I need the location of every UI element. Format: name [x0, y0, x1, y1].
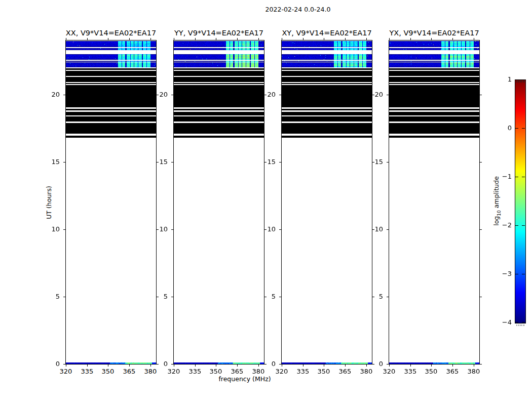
y-tick-label-yx-0: 0 — [358, 360, 383, 368]
y-tick-yy-20 — [171, 95, 173, 95]
x-tick-xx-335 — [87, 364, 88, 367]
y-axis-label: UT (hours) — [45, 186, 53, 219]
x-tick-yx-350 — [431, 364, 432, 367]
colorbar-minor-tick-bottom — [524, 325, 524, 326]
spectrogram-canvas-xx — [66, 40, 156, 364]
panel-title-xy: XY, V9*V14=EA02*EA17 — [282, 29, 371, 37]
colorbar-minor-tick-top — [524, 80, 524, 83]
y-tick-yx-0 — [387, 364, 389, 364]
x-tick-top-yy-320 — [174, 38, 174, 40]
x-tick-xy-365 — [345, 364, 346, 367]
y-tick-xy-5 — [279, 297, 281, 297]
spectrogram-canvas-xy — [282, 40, 372, 364]
colorbar-minor-tick-top — [518, 80, 518, 83]
y-tick-label-xx-20: 20 — [34, 91, 60, 98]
x-tick-yy-320 — [174, 364, 174, 367]
y-tick-label-xy-10: 10 — [250, 226, 276, 233]
y-tick-right-yx-20 — [480, 95, 482, 95]
colorbar-tick-left--2 — [515, 225, 518, 226]
colorbar-tick-left--4 — [515, 322, 518, 322]
spectrogram-canvas-yx — [389, 40, 479, 364]
colorbar-tick-label-1: 1 — [491, 76, 512, 83]
y-tick-label-yx-10: 10 — [358, 226, 383, 233]
figure-container: 2022-02-24 0.0-24.0 frequency (MHz) UT (… — [0, 0, 532, 405]
y-tick-xx-20 — [63, 95, 65, 95]
colorbar-tick-left--3 — [515, 274, 518, 274]
colorbar — [515, 79, 526, 323]
colorbar-tick-right--1 — [522, 177, 525, 177]
x-tick-top-yx-365 — [452, 38, 453, 40]
x-tick-top-xy-380 — [366, 38, 367, 40]
y-tick-label-xx-15: 15 — [34, 158, 60, 166]
y-tick-label-yx-20: 20 — [358, 91, 383, 98]
x-tick-top-yx-320 — [389, 38, 390, 40]
x-tick-top-xy-320 — [282, 38, 282, 40]
colorbar-tick-right--4 — [522, 322, 525, 322]
colorbar-minor-tick-top — [521, 80, 522, 83]
x-tick-top-xy-365 — [345, 38, 346, 40]
y-tick-xx-15 — [63, 162, 65, 163]
y-tick-xy-20 — [279, 95, 281, 95]
spectrogram-panel-yx — [389, 40, 480, 364]
y-tick-yx-20 — [387, 95, 389, 95]
y-tick-xx-5 — [63, 297, 65, 297]
colorbar-minor-tick-bottom — [519, 325, 519, 326]
y-tick-label-xy-0: 0 — [250, 360, 276, 368]
x-tick-xy-320 — [282, 364, 282, 367]
colorbar-tick-label-0: 0 — [491, 125, 512, 132]
x-tick-yx-335 — [410, 364, 411, 367]
x-tick-yy-365 — [237, 364, 238, 367]
x-tick-xx-365 — [129, 364, 130, 367]
x-tick-yx-365 — [452, 364, 453, 367]
colorbar-tick-right-0 — [522, 128, 525, 129]
colorbar-minor-tick-bottom — [520, 325, 521, 326]
colorbar-tick-label--3: −3 — [491, 270, 512, 277]
y-tick-xy-10 — [279, 229, 281, 230]
x-tick-yy-335 — [195, 364, 196, 367]
colorbar-minor-tick-bottom — [516, 325, 517, 326]
x-tick-top-xx-380 — [150, 38, 151, 40]
y-tick-label-yx-15: 15 — [358, 158, 383, 166]
x-tick-label-yx-380: 380 — [461, 368, 486, 375]
x-tick-top-yx-335 — [410, 38, 411, 40]
x-tick-top-yy-380 — [258, 38, 259, 40]
colorbar-minor-tick-top — [523, 80, 523, 83]
y-tick-yy-0 — [171, 364, 173, 364]
x-tick-top-xx-335 — [87, 38, 88, 40]
y-tick-right-yx-15 — [480, 162, 482, 163]
y-tick-label-yy-20: 20 — [142, 91, 168, 98]
x-tick-top-yy-350 — [216, 38, 216, 40]
colorbar-minor-tick-bottom — [518, 325, 518, 326]
y-tick-xx-10 — [63, 229, 65, 230]
y-tick-label-xx-0: 0 — [34, 360, 60, 368]
y-tick-right-yx-0 — [480, 364, 482, 364]
spectrogram-panel-xy — [281, 40, 372, 364]
x-tick-top-xy-350 — [324, 38, 324, 40]
y-tick-right-yx-10 — [480, 229, 482, 230]
x-tick-label-yy-380: 380 — [246, 368, 271, 375]
colorbar-tick-label--2: −2 — [491, 222, 512, 229]
x-tick-xy-350 — [324, 364, 324, 367]
colorbar-tick-right--3 — [522, 274, 525, 274]
x-tick-top-yx-350 — [431, 38, 432, 40]
colorbar-label-subscript: 10 — [497, 210, 502, 216]
colorbar-tick-label--4: −4 — [491, 319, 512, 326]
figure-title: 2022-02-24 0.0-24.0 — [265, 6, 331, 13]
y-tick-label-yy-15: 15 — [142, 158, 168, 166]
y-tick-yx-5 — [387, 297, 389, 297]
colorbar-label-suffix: amplitude — [492, 176, 500, 210]
colorbar-minor-tick-top — [520, 80, 521, 83]
colorbar-tick-left-0 — [515, 128, 518, 129]
y-tick-label-yy-10: 10 — [142, 226, 168, 233]
y-tick-yx-10 — [387, 229, 389, 230]
x-tick-label-xx-380: 380 — [138, 368, 163, 375]
colorbar-gradient — [515, 80, 525, 323]
x-tick-yx-320 — [389, 364, 390, 367]
x-axis-label: frequency (MHz) — [218, 375, 271, 383]
y-tick-right-yx-5 — [480, 297, 482, 297]
panel-title-xx: XX, V9*V14=EA02*EA17 — [66, 29, 156, 37]
colorbar-tick-left--1 — [515, 177, 518, 177]
y-tick-label-xy-20: 20 — [250, 91, 276, 98]
y-tick-label-xy-15: 15 — [250, 158, 276, 166]
y-tick-label-xx-10: 10 — [34, 226, 60, 233]
